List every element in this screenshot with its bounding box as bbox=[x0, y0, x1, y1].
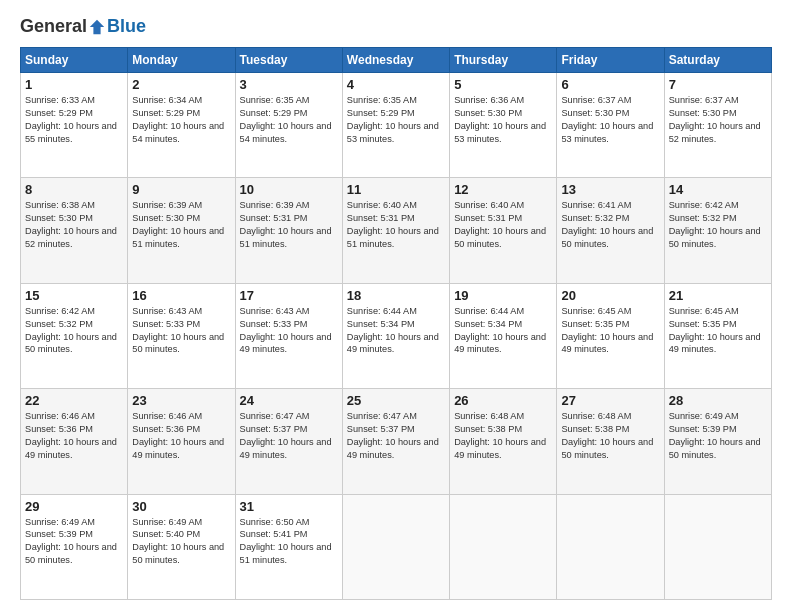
calendar-cell: 23Sunrise: 6:46 AM Sunset: 5:36 PM Dayli… bbox=[128, 389, 235, 494]
logo-text: General Blue bbox=[20, 16, 146, 37]
calendar-cell: 13Sunrise: 6:41 AM Sunset: 5:32 PM Dayli… bbox=[557, 178, 664, 283]
calendar-cell: 18Sunrise: 6:44 AM Sunset: 5:34 PM Dayli… bbox=[342, 283, 449, 388]
calendar-cell: 31Sunrise: 6:50 AM Sunset: 5:41 PM Dayli… bbox=[235, 494, 342, 599]
day-info: Sunrise: 6:35 AM Sunset: 5:29 PM Dayligh… bbox=[240, 94, 338, 146]
day-number: 26 bbox=[454, 393, 552, 408]
logo: General Blue bbox=[20, 16, 146, 37]
day-number: 20 bbox=[561, 288, 659, 303]
day-info: Sunrise: 6:37 AM Sunset: 5:30 PM Dayligh… bbox=[561, 94, 659, 146]
calendar-cell: 20Sunrise: 6:45 AM Sunset: 5:35 PM Dayli… bbox=[557, 283, 664, 388]
calendar-cell: 22Sunrise: 6:46 AM Sunset: 5:36 PM Dayli… bbox=[21, 389, 128, 494]
calendar-cell: 27Sunrise: 6:48 AM Sunset: 5:38 PM Dayli… bbox=[557, 389, 664, 494]
day-info: Sunrise: 6:41 AM Sunset: 5:32 PM Dayligh… bbox=[561, 199, 659, 251]
calendar-cell: 1Sunrise: 6:33 AM Sunset: 5:29 PM Daylig… bbox=[21, 73, 128, 178]
day-info: Sunrise: 6:46 AM Sunset: 5:36 PM Dayligh… bbox=[132, 410, 230, 462]
calendar-cell: 8Sunrise: 6:38 AM Sunset: 5:30 PM Daylig… bbox=[21, 178, 128, 283]
col-friday: Friday bbox=[557, 48, 664, 73]
day-number: 4 bbox=[347, 77, 445, 92]
calendar-header-row: Sunday Monday Tuesday Wednesday Thursday… bbox=[21, 48, 772, 73]
calendar-page: General Blue Sunday Monday Tuesday Wedne… bbox=[0, 0, 792, 612]
calendar-cell: 11Sunrise: 6:40 AM Sunset: 5:31 PM Dayli… bbox=[342, 178, 449, 283]
col-tuesday: Tuesday bbox=[235, 48, 342, 73]
day-number: 21 bbox=[669, 288, 767, 303]
calendar-week-3: 15Sunrise: 6:42 AM Sunset: 5:32 PM Dayli… bbox=[21, 283, 772, 388]
day-number: 8 bbox=[25, 182, 123, 197]
day-info: Sunrise: 6:47 AM Sunset: 5:37 PM Dayligh… bbox=[240, 410, 338, 462]
calendar-cell: 16Sunrise: 6:43 AM Sunset: 5:33 PM Dayli… bbox=[128, 283, 235, 388]
day-info: Sunrise: 6:43 AM Sunset: 5:33 PM Dayligh… bbox=[240, 305, 338, 357]
day-number: 1 bbox=[25, 77, 123, 92]
calendar-cell: 25Sunrise: 6:47 AM Sunset: 5:37 PM Dayli… bbox=[342, 389, 449, 494]
day-info: Sunrise: 6:36 AM Sunset: 5:30 PM Dayligh… bbox=[454, 94, 552, 146]
calendar-cell: 5Sunrise: 6:36 AM Sunset: 5:30 PM Daylig… bbox=[450, 73, 557, 178]
day-number: 19 bbox=[454, 288, 552, 303]
day-number: 7 bbox=[669, 77, 767, 92]
day-number: 24 bbox=[240, 393, 338, 408]
day-info: Sunrise: 6:48 AM Sunset: 5:38 PM Dayligh… bbox=[561, 410, 659, 462]
col-saturday: Saturday bbox=[664, 48, 771, 73]
logo-general: General bbox=[20, 16, 87, 37]
calendar-cell: 4Sunrise: 6:35 AM Sunset: 5:29 PM Daylig… bbox=[342, 73, 449, 178]
calendar-cell: 14Sunrise: 6:42 AM Sunset: 5:32 PM Dayli… bbox=[664, 178, 771, 283]
day-info: Sunrise: 6:42 AM Sunset: 5:32 PM Dayligh… bbox=[669, 199, 767, 251]
calendar-cell: 30Sunrise: 6:49 AM Sunset: 5:40 PM Dayli… bbox=[128, 494, 235, 599]
calendar-cell bbox=[664, 494, 771, 599]
day-info: Sunrise: 6:49 AM Sunset: 5:39 PM Dayligh… bbox=[669, 410, 767, 462]
day-number: 11 bbox=[347, 182, 445, 197]
calendar-cell: 2Sunrise: 6:34 AM Sunset: 5:29 PM Daylig… bbox=[128, 73, 235, 178]
calendar-cell: 19Sunrise: 6:44 AM Sunset: 5:34 PM Dayli… bbox=[450, 283, 557, 388]
day-number: 5 bbox=[454, 77, 552, 92]
day-info: Sunrise: 6:33 AM Sunset: 5:29 PM Dayligh… bbox=[25, 94, 123, 146]
day-number: 25 bbox=[347, 393, 445, 408]
calendar-cell: 17Sunrise: 6:43 AM Sunset: 5:33 PM Dayli… bbox=[235, 283, 342, 388]
calendar-week-2: 8Sunrise: 6:38 AM Sunset: 5:30 PM Daylig… bbox=[21, 178, 772, 283]
day-number: 27 bbox=[561, 393, 659, 408]
day-number: 6 bbox=[561, 77, 659, 92]
day-info: Sunrise: 6:40 AM Sunset: 5:31 PM Dayligh… bbox=[454, 199, 552, 251]
day-number: 23 bbox=[132, 393, 230, 408]
col-wednesday: Wednesday bbox=[342, 48, 449, 73]
calendar-cell bbox=[342, 494, 449, 599]
day-info: Sunrise: 6:40 AM Sunset: 5:31 PM Dayligh… bbox=[347, 199, 445, 251]
day-number: 30 bbox=[132, 499, 230, 514]
day-info: Sunrise: 6:49 AM Sunset: 5:39 PM Dayligh… bbox=[25, 516, 123, 568]
day-info: Sunrise: 6:48 AM Sunset: 5:38 PM Dayligh… bbox=[454, 410, 552, 462]
calendar-cell: 24Sunrise: 6:47 AM Sunset: 5:37 PM Dayli… bbox=[235, 389, 342, 494]
day-number: 15 bbox=[25, 288, 123, 303]
calendar-cell: 29Sunrise: 6:49 AM Sunset: 5:39 PM Dayli… bbox=[21, 494, 128, 599]
day-info: Sunrise: 6:39 AM Sunset: 5:31 PM Dayligh… bbox=[240, 199, 338, 251]
calendar-cell: 26Sunrise: 6:48 AM Sunset: 5:38 PM Dayli… bbox=[450, 389, 557, 494]
day-info: Sunrise: 6:39 AM Sunset: 5:30 PM Dayligh… bbox=[132, 199, 230, 251]
day-info: Sunrise: 6:34 AM Sunset: 5:29 PM Dayligh… bbox=[132, 94, 230, 146]
day-info: Sunrise: 6:45 AM Sunset: 5:35 PM Dayligh… bbox=[561, 305, 659, 357]
header: General Blue bbox=[20, 16, 772, 37]
calendar-cell: 12Sunrise: 6:40 AM Sunset: 5:31 PM Dayli… bbox=[450, 178, 557, 283]
day-info: Sunrise: 6:37 AM Sunset: 5:30 PM Dayligh… bbox=[669, 94, 767, 146]
day-number: 9 bbox=[132, 182, 230, 197]
col-monday: Monday bbox=[128, 48, 235, 73]
day-number: 17 bbox=[240, 288, 338, 303]
calendar-week-5: 29Sunrise: 6:49 AM Sunset: 5:39 PM Dayli… bbox=[21, 494, 772, 599]
logo-blue: Blue bbox=[107, 16, 146, 37]
calendar-cell: 9Sunrise: 6:39 AM Sunset: 5:30 PM Daylig… bbox=[128, 178, 235, 283]
day-number: 16 bbox=[132, 288, 230, 303]
logo-icon bbox=[88, 18, 106, 36]
day-number: 3 bbox=[240, 77, 338, 92]
day-info: Sunrise: 6:45 AM Sunset: 5:35 PM Dayligh… bbox=[669, 305, 767, 357]
col-sunday: Sunday bbox=[21, 48, 128, 73]
day-info: Sunrise: 6:44 AM Sunset: 5:34 PM Dayligh… bbox=[347, 305, 445, 357]
day-number: 18 bbox=[347, 288, 445, 303]
day-info: Sunrise: 6:35 AM Sunset: 5:29 PM Dayligh… bbox=[347, 94, 445, 146]
day-info: Sunrise: 6:43 AM Sunset: 5:33 PM Dayligh… bbox=[132, 305, 230, 357]
calendar-cell: 15Sunrise: 6:42 AM Sunset: 5:32 PM Dayli… bbox=[21, 283, 128, 388]
day-info: Sunrise: 6:49 AM Sunset: 5:40 PM Dayligh… bbox=[132, 516, 230, 568]
calendar-cell: 3Sunrise: 6:35 AM Sunset: 5:29 PM Daylig… bbox=[235, 73, 342, 178]
svg-marker-0 bbox=[90, 19, 104, 33]
day-number: 31 bbox=[240, 499, 338, 514]
calendar-table: Sunday Monday Tuesday Wednesday Thursday… bbox=[20, 47, 772, 600]
day-number: 12 bbox=[454, 182, 552, 197]
day-info: Sunrise: 6:50 AM Sunset: 5:41 PM Dayligh… bbox=[240, 516, 338, 568]
day-info: Sunrise: 6:47 AM Sunset: 5:37 PM Dayligh… bbox=[347, 410, 445, 462]
day-number: 2 bbox=[132, 77, 230, 92]
col-thursday: Thursday bbox=[450, 48, 557, 73]
